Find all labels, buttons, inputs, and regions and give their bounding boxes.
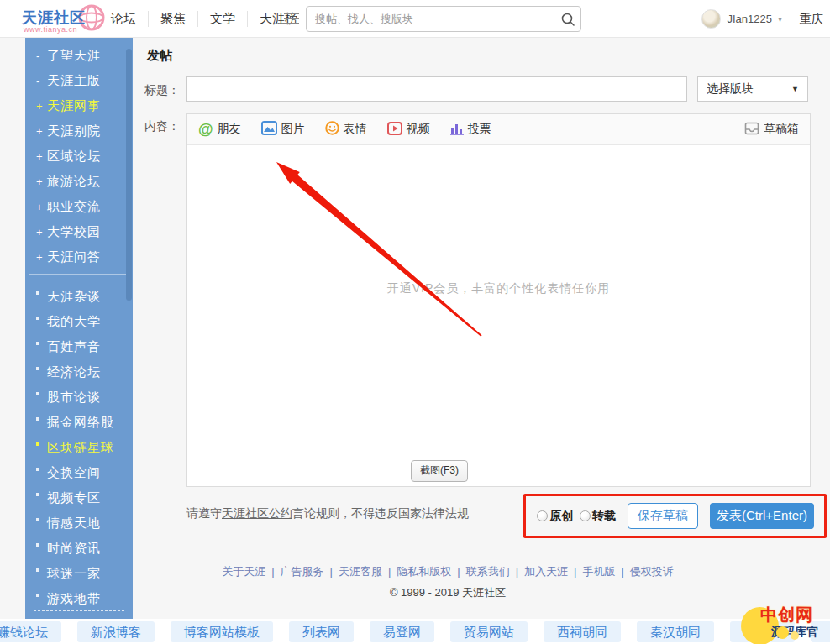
site-logo[interactable]: 天涯社区 www.tianya.cn [22, 3, 106, 36]
friend-link[interactable]: 博客网站模板 [171, 621, 273, 642]
friend-link[interactable]: 西祠胡同 [544, 621, 621, 642]
expand-icon[interactable]: + [36, 195, 47, 220]
sidebar-item[interactable]: -天涯主版 [25, 68, 133, 93]
rules-notice: 请遵守天涯社区公约言论规则，不得违反国家法律法规 [186, 506, 469, 521]
friend-link[interactable]: 贸易网站 [450, 621, 528, 642]
footer-link[interactable]: 手机版 [568, 565, 615, 578]
sidebar-item-label: 我的大学 [47, 314, 101, 328]
search-box [306, 6, 581, 32]
footer-link[interactable]: 关于天涯 [222, 565, 265, 578]
footer-link[interactable]: 联系我们 [451, 565, 509, 578]
search-input[interactable] [307, 13, 555, 25]
sidebar-item[interactable]: 经济论坛 [25, 359, 133, 385]
sidebar-scrollbar[interactable] [126, 49, 132, 301]
save-draft-button[interactable]: 保存草稿 [628, 503, 698, 529]
username[interactable]: JIan1225 [727, 13, 772, 25]
sidebar-item[interactable]: 时尚资讯 [25, 536, 133, 561]
community-pact-link[interactable]: 天涯社区公约 [222, 506, 292, 520]
footer-link[interactable]: 天涯客服 [324, 565, 382, 578]
sidebar-item[interactable]: 股市论谈 [25, 385, 133, 410]
collapse-icon[interactable]: - [36, 69, 47, 94]
sidebar-item[interactable]: -了望天涯 [25, 43, 133, 68]
insert-video-button[interactable]: 视频 [387, 122, 430, 138]
content-label: 内容： [144, 119, 180, 134]
footer-link[interactable]: 加入天涯 [510, 565, 568, 578]
sidebar-item-label: 了望天涯 [47, 48, 101, 62]
expand-icon[interactable]: + [36, 220, 47, 245]
nav-item-forum[interactable]: 论坛 [99, 11, 148, 27]
sidebar-item[interactable]: +旅游论坛 [25, 169, 133, 194]
notice-text: 请遵守 [186, 506, 222, 520]
friend-link[interactable]: 秦汉胡同 [637, 621, 714, 642]
footer-link[interactable]: 广告服务 [265, 565, 323, 578]
sidebar-item[interactable]: +天涯问答 [25, 244, 133, 270]
sidebar-item[interactable]: 天涯杂谈 [25, 284, 133, 309]
avatar[interactable] [701, 9, 721, 29]
expand-icon[interactable]: + [36, 94, 47, 119]
sidebar-item[interactable]: 球迷一家 [25, 561, 133, 586]
footer-link[interactable]: 侵权投诉 [615, 565, 673, 578]
search-icon[interactable] [555, 12, 580, 27]
insert-poll-button[interactable]: 投票 [450, 122, 491, 138]
sidebar-item[interactable]: 视频专区 [25, 485, 133, 510]
sidebar-item[interactable]: 游戏地带 [25, 586, 133, 611]
publish-action-box: 原创 转载 保存草稿 发表(Ctrl+Enter) [523, 494, 827, 538]
menu-icon[interactable] [284, 13, 299, 24]
tool-label: 表情 [344, 122, 367, 137]
sidebar-item[interactable]: +大学校园 [25, 219, 133, 244]
nav-item-ranking[interactable]: 天涯榜 [247, 11, 309, 27]
sidebar-item[interactable]: 我的大学 [25, 309, 133, 334]
nav-item-focus[interactable]: 聚焦 [148, 11, 197, 27]
repost-radio[interactable] [580, 510, 591, 521]
chevron-down-icon[interactable]: ▾ [778, 14, 782, 24]
editor-body[interactable]: 开通VIP会员，丰富的个性化表情任你用 截图(F3) [187, 145, 810, 486]
friend-link[interactable]: 今题网 [730, 621, 795, 642]
notice-text: 言论规则，不得违反国家法律法规 [292, 506, 469, 520]
friend-link[interactable]: 络赚钱论坛 [0, 621, 61, 642]
sidebar-item-active[interactable]: +天涯网事 [25, 93, 133, 118]
original-radio[interactable] [537, 510, 548, 521]
sidebar-item-label: 天涯别院 [47, 123, 101, 138]
original-radio-label[interactable]: 原创 [549, 509, 573, 524]
repost-radio-label[interactable]: 转载 [592, 509, 616, 524]
friend-link[interactable]: 新浪博客 [77, 621, 155, 642]
expand-icon[interactable]: + [36, 170, 47, 195]
sidebar-item[interactable]: +职业交流 [25, 194, 133, 219]
user-location[interactable]: 重庆 [800, 12, 823, 27]
expand-icon[interactable]: + [36, 144, 47, 170]
sidebar-item[interactable]: +天涯别院 [25, 118, 133, 144]
collapse-icon[interactable]: - [36, 44, 47, 69]
sidebar-item-active[interactable]: 区块链星球 [25, 435, 133, 460]
nav-item-literature[interactable]: 文学 [197, 11, 247, 27]
sidebar-item[interactable]: 掘金网络股 [25, 410, 133, 435]
screenshot-button[interactable]: 截图(F3) [411, 460, 468, 482]
friend-link[interactable]: 易登网 [370, 621, 434, 642]
insert-emoticon-button[interactable]: 表情 [325, 121, 367, 138]
sidebar-item[interactable]: 百姓声音 [25, 334, 133, 359]
sidebar-item[interactable]: 交换空间 [25, 460, 133, 485]
draftbox-button[interactable]: 草稿箱 [744, 122, 799, 138]
expand-icon[interactable]: + [36, 245, 47, 270]
insert-image-button[interactable]: 图片 [261, 121, 305, 138]
sidebar-item-label: 掘金网络股 [47, 415, 114, 429]
friend-link[interactable]: 列表网 [289, 621, 354, 642]
footer-links: 关于天涯广告服务天涯客服隐私和版权联系我们加入天涯手机版侵权投诉 [133, 563, 763, 579]
sidebar-item[interactable]: 情感天地 [25, 510, 133, 536]
publish-button[interactable]: 发表(Ctrl+Enter) [710, 503, 814, 529]
post-title-input[interactable] [186, 76, 687, 102]
top-navigation: 论坛 聚焦 文学 天涯榜 [99, 0, 309, 38]
sidebar-item-label: 时尚资讯 [47, 541, 101, 555]
image-icon [261, 121, 277, 138]
footer-link[interactable]: 隐私和版权 [382, 565, 451, 578]
mention-friend-button[interactable]: @ 朋友 [198, 122, 241, 137]
user-area: JIan1225 ▾ 重庆 [701, 0, 823, 38]
friend-link[interactable] [811, 621, 830, 642]
title-label: 标题： [144, 83, 180, 98]
sidebar-item-label: 大学校园 [47, 224, 101, 238]
expand-icon[interactable]: + [36, 119, 47, 144]
sidebar-item[interactable]: +区域论坛 [25, 144, 133, 169]
friend-links-bar: 络赚钱论坛 新浪博客 博客网站模板 列表网 易登网 贸易网站 西祠胡同 秦汉胡同… [0, 619, 830, 644]
video-icon [387, 122, 402, 138]
sidebar-item-label: 旅游论坛 [47, 174, 101, 188]
board-select[interactable]: 选择版块 ▼ [697, 76, 808, 102]
